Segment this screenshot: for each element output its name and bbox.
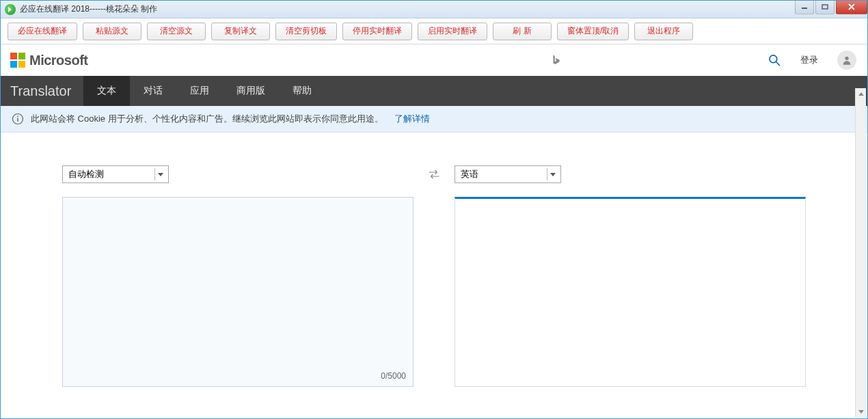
toolbar-bing-translate-button[interactable]: 必应在线翻译 <box>8 23 77 40</box>
toolbar: 必应在线翻译 粘贴源文 清空源文 复制译文 清空剪切板 停用实时翻译 启用实时翻… <box>1 18 867 44</box>
nav-item-text[interactable]: 文本 <box>83 76 130 106</box>
close-button[interactable] <box>836 1 867 14</box>
toolbar-clear-clipboard-button[interactable]: 清空剪切板 <box>275 23 337 40</box>
toolbar-copy-translation-button[interactable]: 复制译文 <box>211 23 270 40</box>
avatar[interactable] <box>837 51 856 70</box>
maximize-button[interactable] <box>815 1 835 14</box>
titlebar[interactable]: 必应在线翻译 2018------桃花朵朵 制作 <box>1 1 867 18</box>
window-controls <box>794 1 867 14</box>
target-language-select[interactable]: 英语 <box>455 165 561 183</box>
user-icon <box>841 55 852 66</box>
svg-rect-7 <box>17 116 18 118</box>
microsoft-logo-icon <box>10 53 25 68</box>
nav-item-conversation[interactable]: 对话 <box>130 76 176 106</box>
target-text-panel <box>455 197 806 387</box>
app-icon <box>5 4 16 15</box>
content-area: Microsoft 登录 Trans <box>1 44 867 418</box>
nav-item-apps[interactable]: 应用 <box>176 76 223 106</box>
scroll-down-button[interactable] <box>856 406 866 417</box>
vertical-scrollbar[interactable] <box>855 88 866 417</box>
chevron-down-icon <box>547 168 558 180</box>
login-link[interactable]: 登录 <box>800 54 818 66</box>
nav-bar: Translator 文本 对话 应用 商用版 帮助 <box>1 76 867 106</box>
header-right: 登录 <box>768 51 856 70</box>
nav-brand[interactable]: Translator <box>10 76 83 106</box>
cookie-learn-more-link[interactable]: 了解详情 <box>394 113 430 125</box>
cookie-banner: 此网站会将 Cookie 用于分析、个性化内容和广告。继续浏览此网站即表示你同意… <box>1 106 867 133</box>
panels-row: 0/5000 <box>62 197 806 387</box>
svg-rect-1 <box>822 5 828 9</box>
close-icon <box>847 3 856 10</box>
microsoft-header: Microsoft 登录 <box>1 44 867 76</box>
svg-line-3 <box>776 62 780 66</box>
search-icon[interactable] <box>768 53 781 67</box>
source-text-panel[interactable]: 0/5000 <box>62 197 413 387</box>
window-title: 必应在线翻译 2018------桃花朵朵 制作 <box>20 3 794 15</box>
toolbar-clear-source-button[interactable]: 清空源文 <box>147 23 206 40</box>
toolbar-paste-source-button[interactable]: 粘贴源文 <box>83 23 141 40</box>
cookie-text: 此网站会将 Cookie 用于分析、个性化内容和广告。继续浏览此网站即表示你同意… <box>31 113 383 125</box>
svg-rect-0 <box>802 8 807 9</box>
source-language-select[interactable]: 自动检测 <box>62 165 169 183</box>
translator-body: 自动检测 英语 <box>1 133 867 418</box>
chevron-down-icon <box>154 168 165 180</box>
source-language-value: 自动检测 <box>68 168 104 180</box>
toolbar-exit-button[interactable]: 退出程序 <box>634 23 693 40</box>
bing-icon[interactable] <box>550 53 562 68</box>
info-icon <box>12 113 24 125</box>
minimize-button[interactable] <box>795 1 814 14</box>
maximize-icon <box>822 4 828 10</box>
microsoft-logo-text: Microsoft <box>29 53 88 68</box>
microsoft-logo[interactable]: Microsoft <box>10 53 88 68</box>
char-count: 0/5000 <box>381 371 406 381</box>
toolbar-pin-toggle-button[interactable]: 窗体置顶/取消 <box>557 23 629 40</box>
toolbar-enable-realtime-button[interactable]: 启用实时翻译 <box>418 23 487 40</box>
svg-point-4 <box>845 57 848 60</box>
svg-rect-6 <box>17 118 18 122</box>
language-row: 自动检测 英语 <box>62 165 806 183</box>
scroll-up-button[interactable] <box>856 88 866 99</box>
app-window: 必应在线翻译 2018------桃花朵朵 制作 必应在线翻译 粘贴源文 清空源… <box>0 0 868 419</box>
target-language-value: 英语 <box>461 168 478 180</box>
toolbar-disable-realtime-button[interactable]: 停用实时翻译 <box>342 23 412 40</box>
swap-languages-icon[interactable] <box>428 170 440 179</box>
toolbar-refresh-button[interactable]: 刷 新 <box>493 23 552 40</box>
minimize-icon <box>801 4 808 10</box>
nav-item-business[interactable]: 商用版 <box>223 76 279 106</box>
nav-item-help[interactable]: 帮助 <box>279 76 325 106</box>
